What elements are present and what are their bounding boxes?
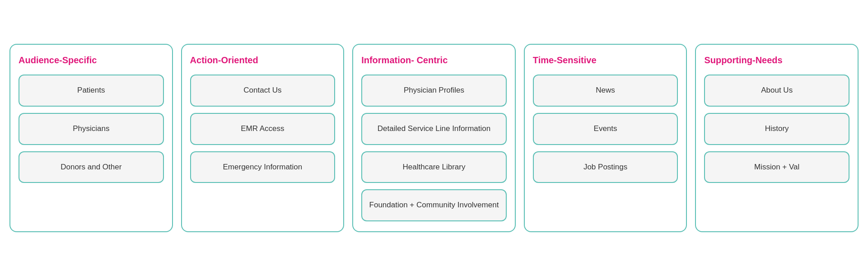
item-card-information-centric-1[interactable]: Detailed Service Line Information [361, 113, 507, 145]
column-title-time-sensitive: Time-Sensitive [533, 55, 678, 65]
column-time-sensitive: Time-SensitiveNewsEventsJob Postings [524, 44, 687, 233]
item-card-action-oriented-1[interactable]: EMR Access [190, 113, 336, 145]
item-card-time-sensitive-0[interactable]: News [533, 75, 678, 107]
items-list-supporting-needs: About UsHistoryMission + Val [704, 75, 849, 183]
items-list-time-sensitive: NewsEventsJob Postings [533, 75, 678, 183]
columns-container: Audience-SpecificPatientsPhysiciansDonor… [9, 44, 859, 233]
column-title-audience-specific: Audience-Specific [19, 55, 164, 65]
item-card-supporting-needs-0[interactable]: About Us [704, 75, 849, 107]
item-card-time-sensitive-1[interactable]: Events [533, 113, 678, 145]
items-list-information-centric: Physician ProfilesDetailed Service Line … [361, 75, 507, 222]
column-title-information-centric: Information- Centric [361, 55, 507, 65]
item-card-information-centric-0[interactable]: Physician Profiles [361, 75, 507, 107]
item-card-time-sensitive-2[interactable]: Job Postings [533, 151, 678, 183]
column-title-supporting-needs: Supporting-Needs [704, 55, 849, 65]
column-title-action-oriented: Action-Oriented [190, 55, 336, 65]
item-card-supporting-needs-1[interactable]: History [704, 113, 849, 145]
column-information-centric: Information- CentricPhysician ProfilesDe… [352, 44, 516, 233]
items-list-audience-specific: PatientsPhysiciansDonors and Other [19, 75, 164, 183]
column-action-oriented: Action-OrientedContact UsEMR AccessEmerg… [181, 44, 345, 233]
item-card-action-oriented-2[interactable]: Emergency Information [190, 151, 336, 183]
item-card-audience-specific-1[interactable]: Physicians [19, 113, 164, 145]
items-list-action-oriented: Contact UsEMR AccessEmergency Informatio… [190, 75, 336, 183]
item-card-audience-specific-2[interactable]: Donors and Other [19, 151, 164, 183]
column-audience-specific: Audience-SpecificPatientsPhysiciansDonor… [9, 44, 173, 233]
item-card-action-oriented-0[interactable]: Contact Us [190, 75, 336, 107]
item-card-audience-specific-0[interactable]: Patients [19, 75, 164, 107]
item-card-information-centric-3[interactable]: Foundation + Community Involvement [361, 189, 507, 221]
item-card-information-centric-2[interactable]: Healthcare Library [361, 151, 507, 183]
item-card-supporting-needs-2[interactable]: Mission + Val [704, 151, 849, 183]
column-supporting-needs: Supporting-NeedsAbout UsHistoryMission +… [695, 44, 859, 233]
